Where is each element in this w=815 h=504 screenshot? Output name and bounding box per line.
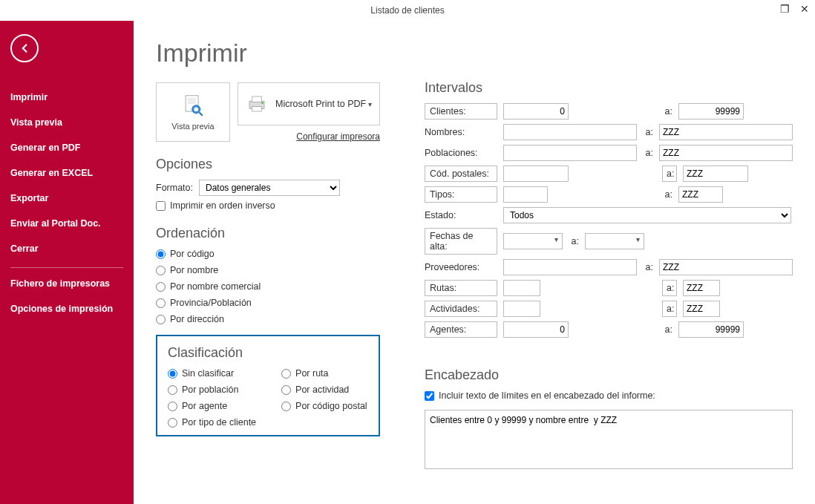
estado-select[interactable]: Todos [503, 207, 791, 223]
agentes-from[interactable] [503, 321, 569, 338]
incluir-texto-input[interactable] [425, 391, 434, 401]
close-icon[interactable]: ✕ [800, 3, 809, 15]
agentes-to[interactable] [678, 321, 744, 338]
a-label: a: [662, 324, 672, 335]
rutas-to[interactable] [683, 280, 720, 296]
sidebar-item-fichero-impresoras[interactable]: Fichero de impresoras [10, 271, 123, 296]
sidebar-item-enviar-portal[interactable]: Enviar al Portal Doc. [10, 211, 123, 236]
fechas-alta-to[interactable] [585, 233, 644, 249]
document-preview-icon [180, 94, 206, 119]
proveedores-to[interactable] [659, 259, 793, 275]
nombres-to[interactable] [659, 124, 793, 140]
nombres-label: Nombres: [425, 127, 497, 137]
agentes-label-button[interactable]: Agentes: [425, 321, 497, 338]
svg-line-6 [200, 113, 203, 116]
back-button[interactable] [10, 34, 39, 62]
arrow-left-icon [18, 42, 31, 55]
window-title: Listado de clientes [370, 5, 444, 16]
reverse-order-input[interactable] [156, 201, 166, 211]
a-button[interactable]: a: [662, 280, 677, 296]
a-label: a: [662, 106, 672, 117]
tipos-label-button[interactable]: Tipos: [425, 186, 497, 203]
printer-icon [246, 93, 268, 115]
sidebar-item-opciones-impresion[interactable]: Opciones de impresión [10, 296, 123, 321]
clientes-label-button[interactable]: Clientes: [425, 103, 497, 120]
clasif-sin-clasificar[interactable]: Sin clasificar [168, 368, 256, 379]
clientes-from[interactable] [503, 103, 569, 120]
poblaciones-to[interactable] [659, 145, 793, 161]
page-title: Imprimir [156, 39, 380, 68]
formato-label: Formato: [156, 183, 193, 193]
a-button[interactable]: a: [662, 301, 677, 317]
a-button[interactable]: a: [662, 166, 677, 182]
rutas-from[interactable] [503, 280, 540, 296]
a-label: a: [643, 127, 653, 137]
proveedores-from[interactable] [503, 259, 637, 275]
nombres-from[interactable] [503, 124, 637, 140]
orden-por-direccion[interactable]: Por dirección [156, 314, 380, 324]
orden-por-codigo[interactable]: Por código [156, 249, 380, 259]
svg-point-5 [194, 107, 198, 111]
orden-provincia-poblacion[interactable]: Provincia/Población [156, 298, 380, 308]
a-label: a: [643, 262, 653, 272]
sidebar-item-generar-excel[interactable]: Generar en EXCEL [10, 160, 123, 186]
incluir-texto-label: Incluir texto de límites en el encabezad… [439, 390, 655, 401]
encabezado-heading: Encabezado [425, 367, 793, 383]
poblaciones-from[interactable] [503, 145, 637, 161]
actividades-to[interactable] [683, 301, 720, 317]
encabezado-text[interactable] [425, 410, 793, 469]
orden-por-nombre[interactable]: Por nombre [156, 265, 380, 275]
orden-por-nombre-comercial[interactable]: Por nombre comercial [156, 281, 380, 292]
a-label: a: [643, 148, 653, 158]
chevron-down-icon: ▾ [368, 100, 372, 108]
fechas-alta-label-button[interactable]: Fechas de alta: [425, 228, 497, 255]
clasif-por-actividad[interactable]: Por actividad [281, 384, 367, 395]
sidebar-item-cerrar[interactable]: Cerrar [10, 236, 123, 261]
sidebar-divider [10, 267, 123, 268]
svg-point-10 [261, 102, 264, 105]
actividades-label-button[interactable]: Actividades: [425, 301, 497, 317]
sidebar-item-generar-pdf[interactable]: Generar en PDF [10, 135, 123, 160]
codpostales-label-button[interactable]: Cód. postales: [425, 166, 497, 182]
actividades-from[interactable] [503, 301, 540, 317]
proveedores-label: Proveedores: [425, 262, 497, 272]
configurar-impresora-link[interactable]: Configurar impresora [296, 131, 380, 142]
clasif-por-agente[interactable]: Por agente [168, 401, 256, 411]
clasificacion-heading: Clasificación [168, 345, 368, 361]
sidebar: Imprimir Vista previa Generar en PDF Gen… [0, 21, 134, 504]
tipos-from[interactable] [503, 186, 548, 203]
maximize-icon[interactable]: ❐ [780, 3, 790, 15]
sidebar-item-vista-previa[interactable]: Vista previa [10, 110, 123, 135]
ordenacion-heading: Ordenación [156, 226, 380, 241]
formato-select[interactable]: Datos generales [199, 180, 340, 196]
clasif-por-poblacion[interactable]: Por población [168, 384, 256, 395]
incluir-texto-checkbox[interactable]: Incluir texto de límites en el encabezad… [425, 390, 793, 401]
codpostales-to[interactable] [683, 166, 748, 182]
intervalos-heading: Intervalos [425, 80, 793, 96]
clasif-por-tipo-cliente[interactable]: Por tipo de cliente [168, 417, 256, 428]
vista-previa-label: Vista previa [171, 122, 214, 131]
fechas-alta-from[interactable] [503, 233, 563, 249]
sidebar-item-imprimir[interactable]: Imprimir [10, 85, 123, 110]
vista-previa-button[interactable]: Vista previa [156, 82, 230, 142]
printer-name: Microsoft Print to PDF [275, 99, 366, 109]
sidebar-item-exportar[interactable]: Exportar [10, 186, 123, 211]
a-label: a: [662, 189, 672, 200]
titlebar: Listado de clientes ❐ ✕ [0, 0, 815, 21]
a-label: a: [569, 236, 579, 246]
printer-select[interactable]: Microsoft Print to PDF ▾ [238, 82, 380, 125]
clasif-por-ruta[interactable]: Por ruta [281, 368, 367, 379]
opciones-heading: Opciones [156, 157, 380, 172]
reverse-order-label: Imprimir en orden inverso [170, 200, 275, 211]
reverse-order-checkbox[interactable]: Imprimir en orden inverso [156, 200, 380, 211]
svg-rect-8 [252, 96, 262, 102]
rutas-label-button[interactable]: Rutas: [425, 280, 497, 296]
poblaciones-label: Poblaciones: [425, 148, 497, 158]
clientes-to[interactable] [678, 103, 744, 120]
estado-label: Estado: [425, 210, 497, 220]
clasificacion-box: Clasificación Sin clasificar Por poblaci… [156, 335, 380, 436]
clasif-por-codigo-postal[interactable]: Por código postal [281, 401, 367, 411]
svg-rect-9 [252, 107, 262, 111]
tipos-to[interactable] [678, 186, 723, 203]
codpostales-from[interactable] [503, 166, 569, 182]
